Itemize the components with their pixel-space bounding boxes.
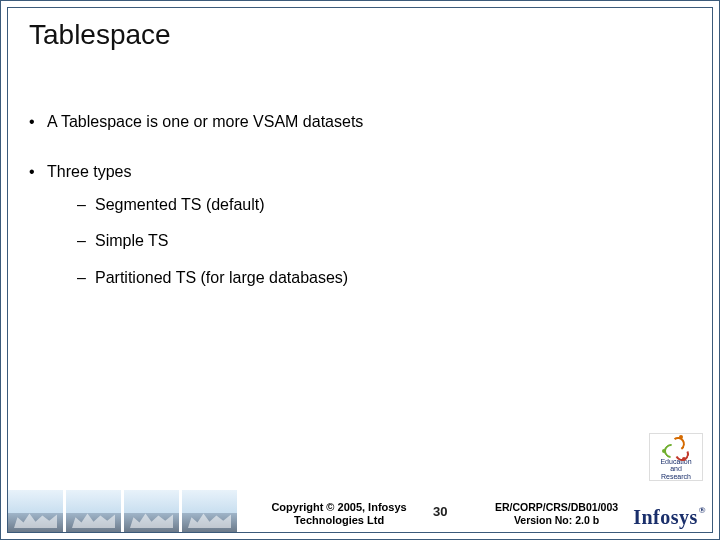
bullet-icon: •: [29, 111, 47, 133]
slide-title: Tablespace: [29, 19, 171, 51]
sub-bullet-text: Segmented TS (default): [95, 194, 265, 216]
bullet-item: • A Tablespace is one or more VSAM datas…: [29, 111, 691, 133]
bullet-text: Three types: [47, 161, 131, 183]
footer-thumbnail: [182, 490, 238, 532]
sub-bullet-item: – Segmented TS (default): [77, 194, 691, 216]
infosys-logo: Infosys®: [633, 506, 705, 529]
copyright-line: Copyright © 2005, Infosys: [271, 501, 406, 513]
edu-logo-line: Research: [661, 473, 691, 480]
document-id-block: ER/CORP/CRS/DB01/003 Version No: 2.0 b: [489, 501, 624, 527]
footer-thumbnail: [8, 490, 64, 532]
bullet-icon: •: [29, 161, 47, 183]
dash-icon: –: [77, 267, 95, 289]
sub-bullet-text: Simple TS: [95, 230, 169, 252]
dash-icon: –: [77, 194, 95, 216]
registered-icon: ®: [699, 505, 706, 515]
slide-number: 30: [433, 504, 447, 519]
education-research-logo: Education and Research: [649, 433, 703, 481]
swirl-icon: [664, 437, 688, 456]
sub-bullet-item: – Simple TS: [77, 230, 691, 252]
footer-thumbnails: [8, 490, 238, 532]
bullet-text: A Tablespace is one or more VSAM dataset…: [47, 111, 363, 133]
edu-logo-text: Education and Research: [660, 458, 691, 480]
slide-footer: Copyright © 2005, Infosys Technologies L…: [1, 481, 719, 539]
doc-id-line: ER/CORP/CRS/DB01/003: [495, 501, 618, 513]
slide-content: • A Tablespace is one or more VSAM datas…: [29, 111, 691, 303]
bullet-item: • Three types: [29, 161, 691, 183]
slide: Tablespace • A Tablespace is one or more…: [0, 0, 720, 540]
infosys-logo-text: Infosys: [633, 506, 698, 528]
copyright-block: Copyright © 2005, Infosys Technologies L…: [259, 501, 419, 527]
copyright-line: Technologies Ltd: [294, 514, 384, 526]
footer-thumbnail: [66, 490, 122, 532]
sub-bullet-item: – Partitioned TS (for large databases): [77, 267, 691, 289]
footer-thumbnail: [124, 490, 180, 532]
edu-logo-line: and: [670, 465, 682, 472]
dash-icon: –: [77, 230, 95, 252]
doc-id-line: Version No: 2.0 b: [514, 514, 599, 526]
sub-bullet-text: Partitioned TS (for large databases): [95, 267, 348, 289]
